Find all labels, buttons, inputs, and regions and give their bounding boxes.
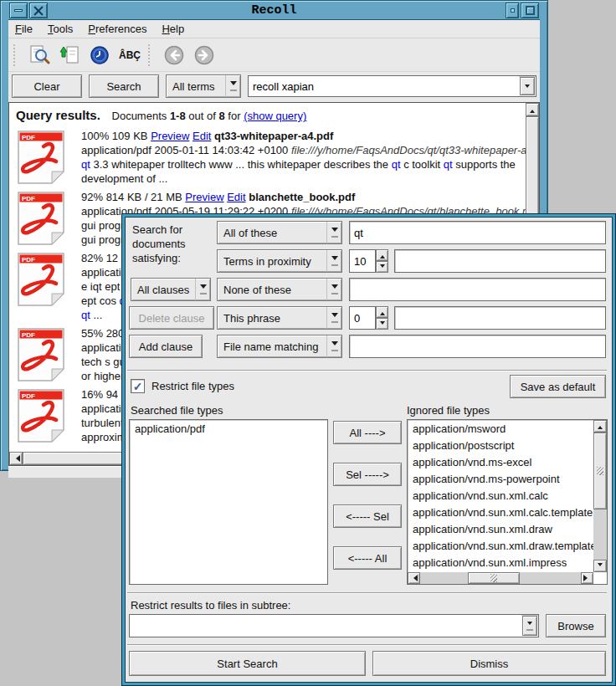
- desktop: Recoll File Tools Preferences Help: [0, 0, 616, 686]
- result-text-segment: 92% 814 KB / 21 MB: [81, 191, 185, 203]
- maximize-button[interactable]: [521, 3, 539, 18]
- browse-button[interactable]: Browse: [546, 614, 606, 637]
- scroll-right-icon[interactable]: [581, 572, 593, 584]
- check-icon: ✓: [133, 381, 143, 392]
- chevron-down-icon[interactable]: [326, 250, 341, 272]
- separator: [127, 370, 607, 371]
- file-type-item[interactable]: application/pdf: [131, 421, 326, 438]
- move-selected-right-button[interactable]: Sel ----->: [333, 463, 402, 486]
- result-link[interactable]: Preview: [151, 130, 189, 142]
- scroll-down-icon[interactable]: [593, 560, 607, 572]
- restrict-file-types-checkbox[interactable]: ✓: [131, 379, 145, 393]
- chevron-down-icon[interactable]: [326, 307, 341, 329]
- clause-conjunction-combo[interactable]: All clauses: [131, 278, 211, 301]
- search-button[interactable]: Search: [89, 74, 159, 98]
- advanced-search-icon[interactable]: [28, 44, 51, 67]
- file-type-item[interactable]: application/vnd.ms-excel: [409, 454, 592, 471]
- ignored-file-types-list[interactable]: application/mswordapplication/postscript…: [407, 419, 608, 585]
- menu-tools[interactable]: Tools: [48, 23, 73, 35]
- clause-type-combo-5[interactable]: File name matching: [217, 335, 342, 358]
- spin-up-icon[interactable]: [376, 306, 388, 318]
- phrase-slack-spinbox[interactable]: [349, 306, 388, 330]
- clause-type-combo-4[interactable]: This phrase: [217, 306, 342, 330]
- history-icon[interactable]: [88, 44, 111, 67]
- menu-preferences[interactable]: Preferences: [88, 23, 146, 35]
- file-type-item[interactable]: application/msword: [409, 421, 592, 438]
- scroll-left-icon[interactable]: [9, 452, 23, 465]
- chevron-down-icon[interactable]: [225, 75, 240, 97]
- back-icon[interactable]: [162, 44, 186, 67]
- spin-down-icon[interactable]: [376, 261, 388, 273]
- toolbar-handle[interactable]: [13, 44, 18, 66]
- chevron-down-icon[interactable]: [326, 335, 341, 357]
- sort-parameters-icon[interactable]: [58, 44, 81, 67]
- search-mode-combo[interactable]: All terms: [166, 74, 241, 98]
- menubar: File Tools Preferences Help: [8, 20, 540, 38]
- searched-file-types-list[interactable]: application/pdf: [129, 419, 328, 585]
- start-search-button[interactable]: Start Search: [129, 651, 366, 676]
- minimize-button[interactable]: [506, 3, 519, 18]
- spin-down-icon[interactable]: [376, 318, 388, 330]
- chevron-down-icon[interactable]: [326, 279, 341, 300]
- chevron-down-icon[interactable]: [522, 616, 537, 636]
- spin-value[interactable]: [349, 306, 376, 330]
- move-all-left-button[interactable]: <----- All: [333, 546, 402, 570]
- dismiss-button[interactable]: Dismiss: [372, 651, 606, 676]
- query-input-combo[interactable]: [248, 75, 536, 97]
- close-button[interactable]: [29, 3, 48, 18]
- result-text-segment: 3.3 whitepaper trolltech www ... this wh…: [90, 158, 392, 171]
- file-type-item[interactable]: application/vnd.sun.xml.calc: [409, 488, 592, 504]
- results-header: Query results. Documents 1-8 out of 8 fo…: [16, 108, 526, 122]
- show-query-link[interactable]: (show query): [244, 110, 306, 122]
- titlebar[interactable]: Recoll: [8, 2, 540, 20]
- clause-value-input-1[interactable]: [349, 221, 606, 244]
- result-text-segment: development of ...: [81, 172, 167, 185]
- file-type-item[interactable]: application/vnd.ms-powerpoint: [409, 471, 592, 488]
- menu-file[interactable]: File: [15, 23, 33, 35]
- result-row[interactable]: PDF 100% 109 KB Preview Edit qt33-whitep…: [16, 129, 526, 186]
- file-type-item[interactable]: application/postscript: [409, 438, 592, 454]
- result-link[interactable]: Preview: [185, 191, 223, 203]
- file-type-item[interactable]: application/vnd.sun.xml.calc.template: [409, 504, 592, 521]
- term-explorer-icon[interactable]: ÂBÇ: [118, 44, 141, 67]
- svg-text:PDF: PDF: [22, 195, 35, 202]
- query-input[interactable]: [249, 76, 519, 96]
- scroll-thumb[interactable]: [593, 433, 607, 509]
- proximity-spinbox[interactable]: [349, 249, 388, 273]
- file-type-item[interactable]: application/vnd.sun.xml.draw.template: [409, 538, 592, 555]
- clause-value-input-5[interactable]: [349, 335, 606, 358]
- chevron-down-icon[interactable]: [195, 279, 210, 300]
- scroll-thumb[interactable]: [468, 572, 520, 584]
- move-selected-left-button[interactable]: <----- Sel: [333, 504, 402, 528]
- window-menu-button[interactable]: [9, 3, 28, 18]
- chevron-down-icon[interactable]: [520, 77, 535, 95]
- result-link[interactable]: Edit: [227, 191, 245, 203]
- scroll-up-icon[interactable]: [593, 420, 607, 433]
- subtree-combo[interactable]: [129, 614, 539, 637]
- file-type-item[interactable]: application/vnd.sun.xml.impress: [409, 555, 592, 571]
- forward-icon[interactable]: [192, 44, 216, 67]
- spin-up-icon[interactable]: [376, 249, 388, 261]
- scroll-left-icon[interactable]: [408, 572, 420, 584]
- move-all-right-button[interactable]: All ---->: [333, 421, 402, 444]
- clause-type-combo-2[interactable]: Terms in proximity: [217, 249, 342, 273]
- scroll-up-icon[interactable]: [526, 103, 539, 116]
- ignored-list-horizontal-scrollbar[interactable]: [408, 572, 593, 584]
- spin-value[interactable]: [349, 249, 376, 273]
- clause-value-input-3[interactable]: [349, 278, 606, 301]
- add-clause-button[interactable]: Add clause: [129, 335, 203, 358]
- result-link[interactable]: Edit: [192, 130, 211, 142]
- delete-clause-button[interactable]: Delete clause: [129, 306, 214, 330]
- clause-type-combo-3[interactable]: None of these: [217, 278, 342, 301]
- menu-help[interactable]: Help: [162, 23, 184, 35]
- clause-value-input-4[interactable]: [394, 306, 606, 330]
- clause-value-input-2[interactable]: [394, 249, 606, 273]
- ignored-list-vertical-scrollbar[interactable]: [593, 420, 607, 572]
- minimize-icon: [511, 8, 515, 13]
- subtree-input[interactable]: [130, 615, 521, 637]
- file-type-item[interactable]: application/vnd.sun.xml.draw: [409, 521, 592, 538]
- clause-type-combo-1[interactable]: All of these: [217, 221, 342, 244]
- clear-button[interactable]: Clear: [12, 74, 82, 98]
- chevron-down-icon[interactable]: [326, 222, 341, 243]
- save-as-default-button[interactable]: Save as default: [510, 375, 606, 398]
